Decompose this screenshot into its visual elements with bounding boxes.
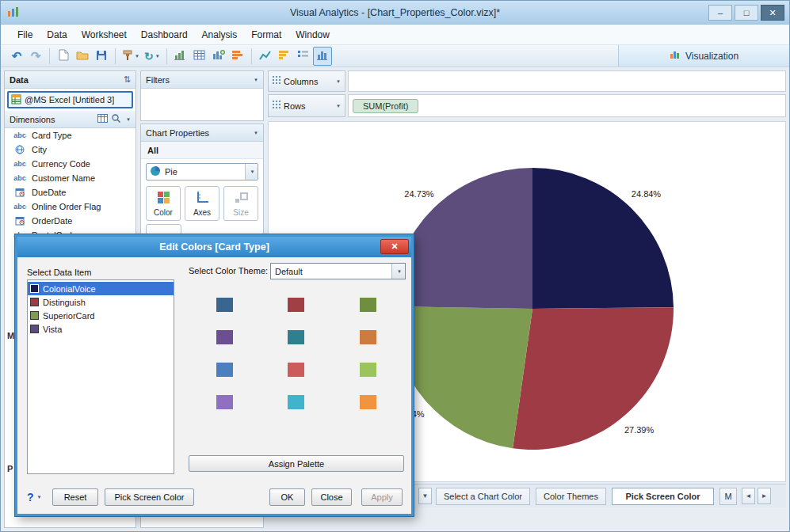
tab-truncated[interactable]: M xyxy=(719,488,737,505)
columns-field[interactable] xyxy=(348,70,786,92)
menu-format[interactable]: Format xyxy=(244,26,288,44)
sort-icon[interactable]: ⇅ xyxy=(124,74,131,85)
refresh-button[interactable]: ↻▼ xyxy=(142,47,162,66)
arrow-left-icon: ◄ xyxy=(746,492,752,500)
palette-swatch[interactable] xyxy=(288,298,304,312)
dimension-item-currency-code[interactable]: abc Currency Code xyxy=(5,157,135,171)
table-icon[interactable] xyxy=(97,114,108,124)
columns-shelf-label[interactable]: Columns ▼ xyxy=(268,70,345,92)
add-chart-button[interactable] xyxy=(171,47,190,66)
rows-shelf-label[interactable]: Rows ▼ xyxy=(268,94,345,117)
rows-pill-sum-profit[interactable]: SUM(Profit) xyxy=(353,99,418,113)
palette-swatch[interactable] xyxy=(360,363,376,377)
filters-label: Filters xyxy=(146,75,170,85)
format-brush-icon xyxy=(122,50,133,63)
tab-scroll-prev-button[interactable]: ◄ xyxy=(742,488,755,504)
tab-pick-screen-color[interactable]: Pick Screen Color xyxy=(612,488,714,505)
tab-menu-button[interactable]: ▼ xyxy=(418,488,432,504)
dimension-item-card-type[interactable]: abc Card Type xyxy=(5,128,135,142)
dimension-label: Card Type xyxy=(32,131,72,140)
size-properties-button[interactable]: Size xyxy=(223,186,258,221)
pick-screen-color-button[interactable]: Pick Screen Color xyxy=(105,488,194,506)
search-icon[interactable] xyxy=(111,113,121,125)
help-button[interactable]: ? ▼ xyxy=(27,488,42,506)
dimension-item-online-order-flag[interactable]: abc Online Order Flag xyxy=(5,200,135,214)
legend-button[interactable] xyxy=(294,47,313,66)
open-button[interactable] xyxy=(73,47,92,66)
chevron-down-icon: ▼ xyxy=(397,269,402,274)
bar-chart-view-button[interactable] xyxy=(313,47,332,66)
list-item-superiorcard[interactable]: SuperiorCard xyxy=(28,309,174,322)
dimension-item-city[interactable]: City xyxy=(5,142,135,157)
menu-window[interactable]: Window xyxy=(288,26,337,44)
palette-swatch[interactable] xyxy=(216,395,233,409)
list-item-vista[interactable]: Vista xyxy=(28,322,174,336)
add-bar-chart-button[interactable] xyxy=(228,47,247,66)
list-item-label: ColonialVoice xyxy=(43,284,96,294)
dimension-item-orderdate[interactable]: OrderDate xyxy=(5,214,135,228)
save-button[interactable] xyxy=(92,47,111,66)
data-source-item[interactable]: @MS Excel [Untitled 3] xyxy=(7,91,133,108)
menu-file[interactable]: File xyxy=(10,26,40,44)
menu-data[interactable]: Data xyxy=(40,26,74,44)
palette-swatch[interactable] xyxy=(216,330,233,344)
app-window: Visual Analytics - [Chart_Properties_Col… xyxy=(0,0,790,532)
text-type-icon: abc xyxy=(11,174,29,182)
palette-swatch[interactable] xyxy=(216,298,233,312)
reset-button[interactable]: Reset xyxy=(52,488,98,506)
color-swatch xyxy=(30,298,39,306)
data-item-listbox[interactable]: ColonialVoice Distinguish SuperiorCard V… xyxy=(27,279,174,474)
ok-button[interactable]: OK xyxy=(269,488,305,506)
menu-dashboard[interactable]: Dashboard xyxy=(134,26,195,44)
add-crosstab-button[interactable] xyxy=(190,47,209,66)
palette-swatch[interactable] xyxy=(360,395,376,409)
add-histogram-button[interactable] xyxy=(209,47,228,66)
menu-analysis[interactable]: Analysis xyxy=(195,26,245,44)
palette-swatch[interactable] xyxy=(288,330,304,344)
chart-type-select[interactable]: Pie ▼ xyxy=(146,163,258,180)
rows-field[interactable]: SUM(Profit) xyxy=(348,94,786,117)
dimension-item-customer-name[interactable]: abc Customer Name xyxy=(5,171,135,185)
tab-scroll-next-button[interactable]: ► xyxy=(758,488,771,504)
palette-swatch[interactable] xyxy=(288,363,304,377)
list-item-distinguish[interactable]: Distinguish xyxy=(28,295,174,309)
close-button[interactable]: ✕ xyxy=(761,5,784,21)
new-worksheet-button[interactable] xyxy=(54,47,73,66)
data-panel-header: Data ⇅ xyxy=(5,71,135,89)
sort-button[interactable] xyxy=(275,47,294,66)
minimize-button[interactable]: – xyxy=(708,5,732,21)
redo-button[interactable]: ↷ xyxy=(26,47,45,66)
maximize-button[interactable]: □ xyxy=(735,5,758,21)
apply-button[interactable]: Apply xyxy=(361,488,403,506)
palette-swatch[interactable] xyxy=(288,395,304,409)
palette-swatch[interactable] xyxy=(360,330,376,344)
lasso-select-button[interactable] xyxy=(256,47,275,66)
palette-swatch[interactable] xyxy=(216,363,233,377)
dimension-item-duedate[interactable]: DueDate xyxy=(5,185,135,200)
menu-worksheet[interactable]: Worksheet xyxy=(74,26,134,44)
dialog-titlebar[interactable]: Edit Colors [Card Type] ✕ xyxy=(17,237,411,257)
scope-label: All xyxy=(147,146,158,155)
assign-palette-button[interactable]: Assign Palette xyxy=(189,455,404,472)
dialog-close-button[interactable]: ✕ xyxy=(380,239,409,254)
new-document-icon xyxy=(59,49,69,63)
chart-properties-header[interactable]: Chart Properties ▼ xyxy=(141,124,263,142)
close-dialog-button[interactable]: Close xyxy=(311,488,352,506)
axes-properties-button[interactable]: Axes xyxy=(185,186,219,221)
palette-swatch[interactable] xyxy=(360,298,376,312)
color-theme-select[interactable]: Default ▼ xyxy=(270,263,406,279)
chevron-down-icon[interactable]: ▼ xyxy=(126,117,131,122)
data-source-label: @MS Excel [Untitled 3] xyxy=(25,95,114,104)
tab-color-themes[interactable]: Color Themes xyxy=(536,488,606,505)
list-item-colonialvoice[interactable]: ColonialVoice xyxy=(28,282,174,295)
visualization-chart-icon xyxy=(670,50,681,62)
add-chart-icon xyxy=(174,49,187,63)
filters-header[interactable]: Filters ▼ xyxy=(141,71,263,89)
color-properties-button[interactable]: Color xyxy=(146,186,181,221)
rows-shelf: Rows ▼ SUM(Profit) xyxy=(268,94,786,117)
window-title: Visual Analytics - [Chart_Properties_Col… xyxy=(1,7,789,18)
undo-button[interactable]: ↶ xyxy=(7,47,26,66)
tab-visualization[interactable]: Visualization xyxy=(618,45,789,67)
format-painter-button[interactable]: ▼ xyxy=(120,47,142,66)
tab-select-a-chart-color[interactable]: Select a Chart Color xyxy=(436,488,530,505)
